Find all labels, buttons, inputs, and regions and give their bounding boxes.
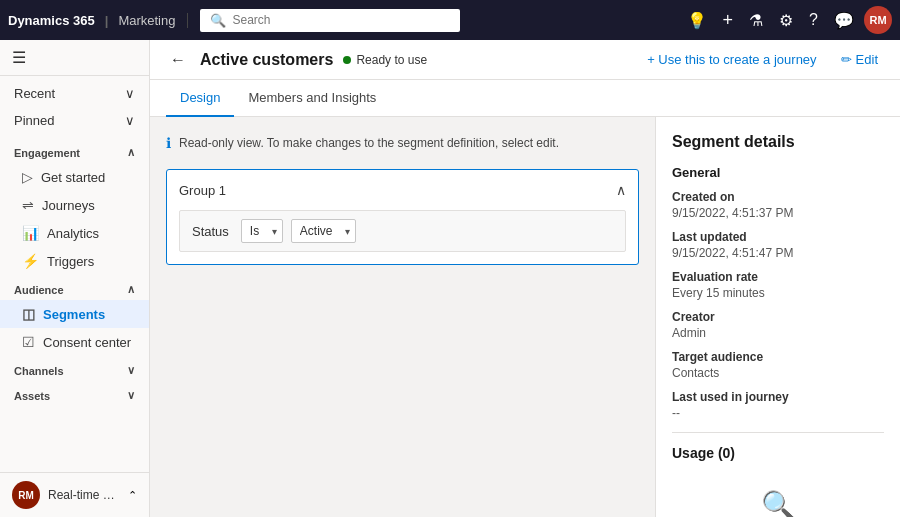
details-title: Segment details bbox=[672, 133, 884, 151]
last-updated-label: Last updated bbox=[672, 230, 884, 244]
add-icon[interactable]: + bbox=[717, 6, 740, 35]
user-avatar[interactable]: RM bbox=[864, 6, 892, 34]
chat-icon[interactable]: 💬 bbox=[828, 7, 860, 34]
chevron-down-icon-2: ∨ bbox=[125, 113, 135, 128]
target-audience-label: Target audience bbox=[672, 350, 884, 364]
group-box: Group 1 ∧ Status Is Active bbox=[166, 169, 639, 265]
tabs-bar: Design Members and Insights bbox=[150, 80, 900, 117]
segments-icon: ◫ bbox=[22, 306, 35, 322]
chevron-down-icon-3: ∨ bbox=[127, 364, 135, 377]
operator-select-wrapper: Is bbox=[241, 219, 283, 243]
last-updated-field: Last updated 9/15/2022, 4:51:47 PM bbox=[672, 230, 884, 260]
lightbulb-icon[interactable]: 💡 bbox=[681, 7, 713, 34]
tab-members-insights[interactable]: Members and Insights bbox=[234, 80, 390, 117]
evaluation-rate-field: Evaluation rate Every 15 minutes bbox=[672, 270, 884, 300]
chevron-down-icon: ∨ bbox=[125, 86, 135, 101]
creator-field: Creator Admin bbox=[672, 310, 884, 340]
search-input[interactable] bbox=[232, 13, 450, 27]
brand-module: Marketing bbox=[118, 13, 175, 28]
operator-select[interactable]: Is bbox=[241, 219, 283, 243]
sidebar-item-get-started[interactable]: ▷ Get started bbox=[0, 163, 149, 191]
chevron-up-icon: ∧ bbox=[127, 146, 135, 159]
target-audience-field: Target audience Contacts bbox=[672, 350, 884, 380]
condition-row: Status Is Active bbox=[179, 210, 626, 252]
info-icon: ℹ bbox=[166, 135, 171, 151]
sidebar-item-recent[interactable]: Recent ∨ bbox=[0, 80, 149, 107]
consent-icon: ☑ bbox=[22, 334, 35, 350]
condition-label: Status bbox=[192, 224, 229, 239]
magnifier-icon: 🔍 bbox=[761, 489, 796, 517]
use-this-button[interactable]: + Use this to create a journey bbox=[641, 48, 822, 71]
value-select[interactable]: Active bbox=[291, 219, 356, 243]
triggers-label: Triggers bbox=[47, 254, 94, 269]
chevron-up-icon-2: ∧ bbox=[127, 283, 135, 296]
audience-section-header[interactable]: Audience ∧ bbox=[0, 275, 149, 300]
created-on-value: 9/15/2022, 4:51:37 PM bbox=[672, 206, 884, 220]
segment-details-panel: Segment details General Created on 9/15/… bbox=[655, 117, 900, 517]
content-area: ← Active customers Ready to use + Use th… bbox=[150, 40, 900, 517]
use-this-label: + Use this to create a journey bbox=[647, 52, 816, 67]
settings-icon[interactable]: ⚙ bbox=[773, 7, 799, 34]
sidebar-item-segments[interactable]: ◫ Segments bbox=[0, 300, 149, 328]
creator-value: Admin bbox=[672, 326, 884, 340]
last-used-field: Last used in journey -- bbox=[672, 390, 884, 420]
sidebar-bottom-workspace[interactable]: RM Real-time marketi... ⌃ bbox=[0, 472, 149, 517]
value-select-wrapper: Active bbox=[291, 219, 356, 243]
edit-button[interactable]: ✏ Edit bbox=[835, 48, 884, 71]
engagement-label: Engagement bbox=[14, 147, 80, 159]
general-section-title: General bbox=[672, 165, 884, 180]
creator-label: Creator bbox=[672, 310, 884, 324]
consent-center-label: Consent center bbox=[43, 335, 131, 350]
collapse-button[interactable]: ∧ bbox=[616, 182, 626, 198]
status-dot-icon bbox=[343, 56, 351, 64]
info-banner-text: Read-only view. To make changes to the s… bbox=[179, 136, 559, 150]
channels-label: Channels bbox=[14, 365, 64, 377]
main-layout: ☰ Recent ∨ Pinned ∨ Engagement ∧ ▷ Get s… bbox=[0, 40, 900, 517]
filter-icon[interactable]: ⚗ bbox=[743, 7, 769, 34]
usage-title: Usage (0) bbox=[672, 445, 884, 461]
tab-design[interactable]: Design bbox=[166, 80, 234, 117]
chevron-down-icon-4: ∨ bbox=[127, 389, 135, 402]
design-panel: ℹ Read-only view. To make changes to the… bbox=[150, 117, 655, 517]
chevron-icon: ⌃ bbox=[128, 489, 137, 502]
help-icon[interactable]: ? bbox=[803, 7, 824, 33]
get-started-label: Get started bbox=[41, 170, 105, 185]
hamburger-icon[interactable]: ☰ bbox=[12, 49, 26, 66]
search-bar[interactable]: 🔍 bbox=[200, 9, 460, 32]
play-icon: ▷ bbox=[22, 169, 33, 185]
created-on-field: Created on 9/15/2022, 4:51:37 PM bbox=[672, 190, 884, 220]
analytics-label: Analytics bbox=[47, 226, 99, 241]
sidebar-item-analytics[interactable]: 📊 Analytics bbox=[0, 219, 149, 247]
page-header-right: + Use this to create a journey ✏ Edit bbox=[641, 48, 884, 71]
target-audience-value: Contacts bbox=[672, 366, 884, 380]
assets-section-header[interactable]: Assets ∨ bbox=[0, 381, 149, 406]
search-icon: 🔍 bbox=[210, 13, 226, 28]
last-used-label: Last used in journey bbox=[672, 390, 884, 404]
sidebar-pinned-label: Pinned bbox=[14, 113, 54, 128]
audience-label: Audience bbox=[14, 284, 64, 296]
engagement-section-header[interactable]: Engagement ∧ bbox=[0, 138, 149, 163]
page-header: ← Active customers Ready to use + Use th… bbox=[150, 40, 900, 80]
page-title: Active customers bbox=[200, 51, 333, 69]
sidebar-recent-label: Recent bbox=[14, 86, 55, 101]
edit-label: Edit bbox=[856, 52, 878, 67]
page-header-left: ← Active customers Ready to use bbox=[166, 49, 427, 71]
sidebar-item-triggers[interactable]: ⚡ Triggers bbox=[0, 247, 149, 275]
sidebar-item-pinned[interactable]: Pinned ∨ bbox=[0, 107, 149, 134]
channels-section-header[interactable]: Channels ∨ bbox=[0, 356, 149, 381]
details-divider bbox=[672, 432, 884, 433]
group-header: Group 1 ∧ bbox=[179, 182, 626, 198]
sidebar-item-journeys[interactable]: ⇌ Journeys bbox=[0, 191, 149, 219]
last-used-value: -- bbox=[672, 406, 884, 420]
brand-d365: Dynamics 365 bbox=[8, 13, 95, 28]
workspace-label: Real-time marketi... bbox=[48, 488, 120, 502]
evaluation-rate-value: Every 15 minutes bbox=[672, 286, 884, 300]
brand-logo: Dynamics 365 | Marketing bbox=[8, 13, 188, 28]
sidebar-top: ☰ bbox=[0, 40, 149, 76]
triggers-icon: ⚡ bbox=[22, 253, 39, 269]
usage-empty-state: 🔍 This segment has not been used in jour… bbox=[672, 473, 884, 517]
back-button[interactable]: ← bbox=[166, 49, 190, 71]
workspace-avatar: RM bbox=[12, 481, 40, 509]
sidebar-item-consent-center[interactable]: ☑ Consent center bbox=[0, 328, 149, 356]
info-banner: ℹ Read-only view. To make changes to the… bbox=[166, 129, 639, 157]
